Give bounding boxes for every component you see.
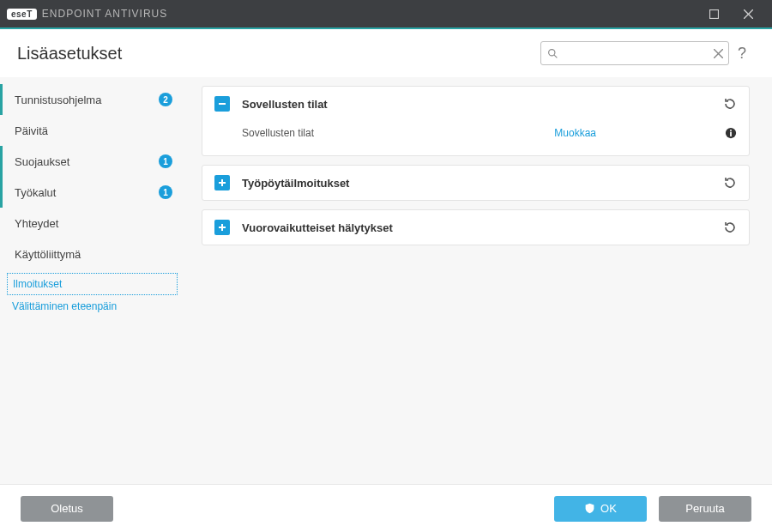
svg-point-3 — [548, 49, 554, 55]
sidebar-subitem-1[interactable]: Välittäminen eteenpäin — [7, 295, 178, 317]
panel-2: Vuorovaikutteiset hälytykset — [202, 209, 750, 245]
panel-header[interactable]: Sovellusten tilat — [202, 87, 749, 121]
sidebar-item-label: Työkalut — [15, 186, 159, 199]
sidebar-item-0[interactable]: Tunnistusohjelma2 — [0, 84, 184, 115]
panel-reset-button[interactable] — [723, 176, 737, 190]
expand-icon[interactable] — [214, 220, 230, 235]
brand-badge: eseT — [7, 9, 37, 20]
search-field[interactable] — [540, 41, 729, 65]
panel-reset-button[interactable] — [723, 221, 737, 234]
maximize-icon — [709, 9, 719, 19]
panel-body: Sovellusten tilatMuokkaa — [202, 121, 749, 155]
brand: eseT ENDPOINT ANTIVIRUS — [7, 8, 167, 20]
svg-rect-7 — [219, 103, 226, 105]
clear-icon — [714, 49, 723, 58]
sidebar-item-label: Yhteydet — [15, 217, 172, 230]
panel-1: Työpöytäilmoitukset — [202, 165, 750, 201]
footer: Oletus OK Peruuta — [0, 484, 772, 532]
sidebar-badge: 2 — [159, 93, 172, 106]
sidebar: Tunnistusohjelma2PäivitäSuojaukset1Työka… — [0, 77, 184, 484]
main-content: Sovellusten tilatSovellusten tilatMuokka… — [184, 77, 772, 484]
svg-rect-12 — [221, 179, 223, 186]
svg-point-9 — [730, 130, 732, 131]
sidebar-item-3[interactable]: Työkalut1 — [0, 177, 184, 208]
panel-reset-button[interactable] — [723, 97, 737, 111]
panel-0: Sovellusten tilatSovellusten tilatMuokka… — [202, 86, 750, 156]
sidebar-item-4[interactable]: Yhteydet — [0, 208, 184, 239]
titlebar: eseT ENDPOINT ANTIVIRUS — [0, 0, 772, 27]
panel-header[interactable]: Työpöytäilmoitukset — [202, 166, 749, 200]
panel-title: Vuorovaikutteiset hälytykset — [242, 221, 723, 234]
svg-rect-14 — [221, 224, 223, 231]
collapse-icon[interactable] — [214, 96, 230, 112]
search-input[interactable] — [564, 42, 708, 64]
search-clear-button[interactable] — [708, 49, 728, 58]
close-icon — [744, 9, 753, 19]
cancel-button[interactable]: Peruuta — [659, 496, 751, 522]
info-icon[interactable] — [725, 127, 737, 139]
panel-title: Sovellusten tilat — [242, 98, 723, 111]
svg-rect-10 — [730, 132, 732, 136]
brand-text: ENDPOINT ANTIVIRUS — [42, 8, 167, 20]
shield-icon — [584, 503, 595, 514]
ok-button-label: OK — [600, 502, 617, 515]
sidebar-badge: 1 — [159, 185, 172, 199]
search-icon — [541, 48, 564, 59]
body: Tunnistusohjelma2PäivitäSuojaukset1Työka… — [0, 77, 772, 484]
window-close-button[interactable] — [731, 0, 765, 27]
sidebar-subitem-0[interactable]: Ilmoitukset — [7, 273, 178, 295]
sidebar-item-label: Tunnistusohjelma — [15, 94, 159, 106]
default-button[interactable]: Oletus — [21, 496, 113, 522]
sidebar-badge: 1 — [159, 154, 172, 168]
page-title: Lisäasetukset — [17, 44, 122, 63]
sidebar-item-2[interactable]: Suojaukset1 — [0, 146, 184, 177]
edit-link[interactable]: Muokkaa — [554, 127, 596, 139]
sidebar-item-label: Käyttöliittymä — [15, 248, 172, 261]
setting-row: Sovellusten tilatMuokkaa — [242, 121, 737, 145]
header: Lisäasetukset ? — [0, 29, 772, 77]
ok-button[interactable]: OK — [554, 496, 647, 522]
help-button[interactable]: ? — [729, 45, 755, 63]
setting-label: Sovellusten tilat — [242, 127, 554, 139]
panel-title: Työpöytäilmoitukset — [242, 177, 723, 190]
sidebar-item-label: Suojaukset — [15, 155, 159, 168]
sidebar-item-5[interactable]: Käyttöliittymä — [0, 239, 184, 269]
svg-line-4 — [554, 55, 557, 57]
window-maximize-button[interactable] — [697, 0, 731, 27]
sidebar-item-label: Päivitä — [15, 124, 172, 137]
svg-rect-0 — [709, 9, 718, 18]
expand-icon[interactable] — [214, 175, 230, 190]
sidebar-item-1[interactable]: Päivitä — [0, 115, 184, 146]
panel-header[interactable]: Vuorovaikutteiset hälytykset — [202, 210, 749, 245]
